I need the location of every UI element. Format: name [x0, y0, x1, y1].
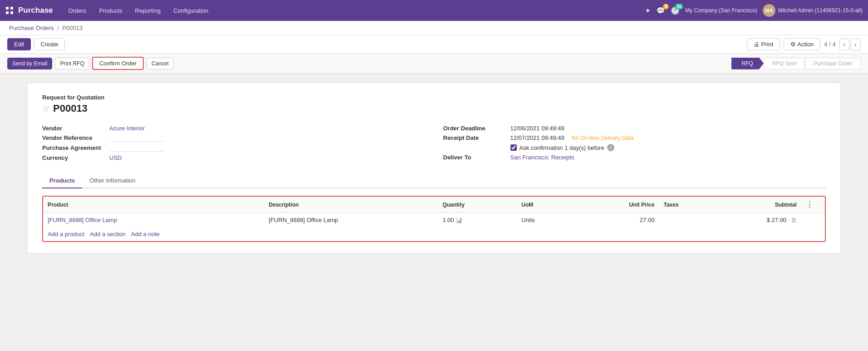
step-rfq: RFQ — [731, 58, 764, 69]
status-steps: RFQ RFQ Sent Purchase Order — [731, 58, 861, 69]
menu-orders[interactable]: Orders — [62, 0, 93, 21]
activity-icon-btn[interactable]: ✦ — [645, 6, 651, 15]
receipt-date-value[interactable]: 12/07/2021 09:49:49 — [510, 134, 564, 141]
form-header: Request for Quotation ☆ P00013 — [42, 94, 826, 114]
row-uom: Units — [517, 213, 580, 227]
svg-rect-0 — [6, 7, 9, 10]
confirm-order-button[interactable]: Confirm Order — [92, 57, 144, 70]
currency-row: Currency USD — [42, 153, 425, 163]
grid-menu-icon[interactable] — [5, 6, 14, 15]
table-body: [FURN_8888] Office Lamp [FURN_8888] Offi… — [43, 213, 825, 227]
next-record-button[interactable]: › — [850, 39, 861, 50]
send-email-button[interactable]: Send by Email — [7, 58, 52, 69]
vendor-ref-label: Vendor Reference — [42, 134, 106, 141]
purchase-agreement-value[interactable] — [109, 144, 164, 152]
row-unit-price[interactable]: 27.00 — [580, 213, 659, 227]
tab-other-info[interactable]: Other Information — [82, 173, 142, 188]
col-taxes: Taxes — [659, 197, 722, 213]
col-unit-price: Unit Price — [580, 197, 659, 213]
rfq-label: Request for Quotation — [42, 94, 826, 101]
no-ontime-notice: No On-time Delivery Data — [572, 135, 634, 141]
main-content: Request for Quotation ☆ P00013 Vendor Az… — [0, 74, 868, 262]
order-deadline-label: Order Deadline — [443, 125, 507, 132]
vendor-row: Vendor Azure Interior — [42, 124, 425, 133]
company-name: My Company (San Francisco) — [685, 7, 757, 14]
action-bar: Edit Create 🖨 Print ⚙ Action 4 / 4 ‹ › — [0, 35, 868, 54]
breadcrumb-parent[interactable]: Purchase Orders — [9, 25, 54, 31]
chat-icon-btn[interactable]: 🕐 26 — [671, 6, 680, 15]
ask-confirmation-text: Ask confirmation 1 day(s) before — [520, 144, 604, 151]
cancel-button[interactable]: Cancel — [147, 58, 173, 69]
tab-products[interactable]: Products — [42, 173, 82, 188]
order-deadline-value[interactable]: 12/06/2021 09:49:49 — [510, 125, 564, 132]
print-button[interactable]: 🖨 Print — [747, 38, 780, 50]
breadcrumb-separator: / — [57, 25, 59, 31]
menu-configuration[interactable]: Configuration — [167, 0, 215, 21]
row-product: [FURN_8888] Office Lamp — [43, 213, 264, 227]
tabs: Products Other Information — [42, 173, 826, 188]
pagination-arrows: ‹ › — [839, 39, 861, 50]
table-bottom-actions: Add a product Add a section Add a note — [43, 227, 825, 241]
delete-row-icon[interactable]: 🗑 — [791, 217, 797, 223]
notifications-icon-btn[interactable]: 💬 8 — [656, 6, 665, 15]
row-subtotal: $ 27.00 🗑 — [722, 213, 801, 227]
create-button[interactable]: Create — [34, 38, 65, 50]
vendor-ref-row: Vendor Reference — [42, 133, 425, 143]
currency-label: Currency — [42, 154, 106, 161]
add-note-link[interactable]: Add a note — [131, 231, 160, 237]
vendor-ref-value[interactable] — [109, 134, 164, 142]
menu-reporting[interactable]: Reporting — [129, 0, 167, 21]
purchase-agreement-label: Purchase Agreement — [42, 144, 106, 151]
svg-rect-1 — [10, 7, 13, 10]
add-section-link[interactable]: Add a section — [90, 231, 126, 237]
left-fields: Vendor Azure Interior Vendor Reference P… — [42, 124, 425, 163]
row-description: [FURN_8888] Office Lamp — [264, 213, 438, 227]
chat-badge: 26 — [675, 4, 683, 10]
rfq-title: ☆ P00013 — [42, 103, 826, 114]
form-card: Request for Quotation ☆ P00013 Vendor Az… — [27, 83, 841, 253]
app-brand[interactable]: Purchase — [18, 6, 53, 15]
right-fields: Order Deadline 12/06/2021 09:49:49 Recei… — [443, 124, 826, 163]
prev-record-button[interactable]: ‹ — [839, 39, 850, 50]
top-navbar: Purchase Orders Products Reporting Confi… — [0, 0, 868, 21]
edit-button[interactable]: Edit — [7, 38, 31, 50]
products-table: Product Description Quantity UoM Unit Pr… — [43, 197, 825, 227]
ask-confirmation-checkbox[interactable] — [510, 144, 517, 151]
col-options: ⋮ — [801, 197, 825, 213]
svg-rect-2 — [6, 11, 9, 14]
print-rfq-button[interactable]: Print RFQ — [55, 58, 89, 69]
deliver-to-value[interactable]: San Francisco: Receipts — [510, 154, 574, 161]
forecast-chart-icon[interactable]: 📊 — [456, 217, 462, 223]
add-product-link[interactable]: Add a product — [48, 231, 84, 237]
user-menu[interactable]: MA Mitchell Admin (11406921-15-0-all) — [763, 4, 863, 17]
receipt-date-label: Receipt Date — [443, 134, 507, 141]
favorite-icon[interactable]: ☆ — [42, 104, 49, 114]
col-quantity: Quantity — [438, 197, 517, 213]
breadcrumb: Purchase Orders / P00013 — [0, 21, 868, 35]
vendor-value[interactable]: Azure Interior — [109, 125, 145, 132]
col-uom: UoM — [517, 197, 580, 213]
pagination-info: 4 / 4 — [824, 41, 835, 48]
menu-products[interactable]: Products — [93, 0, 128, 21]
subtotal-value: $ 27.00 — [767, 217, 786, 223]
step-rfq-sent: RFQ Sent — [764, 58, 805, 69]
currency-value[interactable]: USD — [109, 154, 122, 161]
table-header: Product Description Quantity UoM Unit Pr… — [43, 197, 825, 213]
order-deadline-row: Order Deadline 12/06/2021 09:49:49 — [443, 124, 826, 133]
top-menu: Orders Products Reporting Configuration — [62, 0, 215, 21]
form-fields: Vendor Azure Interior Vendor Reference P… — [42, 124, 826, 163]
deliver-to-label: Deliver To — [443, 154, 507, 161]
table-options-icon[interactable]: ⋮ — [806, 201, 813, 208]
row-taxes — [659, 213, 722, 227]
col-description: Description — [264, 197, 438, 213]
action-button[interactable]: ⚙ Action — [784, 38, 820, 50]
quantity-value: 1.00 — [442, 217, 454, 223]
info-icon[interactable]: i — [607, 144, 614, 151]
ask-confirmation-row: Ask confirmation 1 day(s) before i — [443, 143, 826, 153]
col-subtotal: Subtotal — [722, 197, 801, 213]
products-table-container: Product Description Quantity UoM Unit Pr… — [42, 196, 826, 242]
product-link[interactable]: [FURN_8888] Office Lamp — [48, 217, 117, 223]
row-extra — [801, 213, 825, 227]
row-quantity: 1.00 📊 — [438, 213, 517, 227]
user-avatar: MA — [763, 4, 775, 17]
